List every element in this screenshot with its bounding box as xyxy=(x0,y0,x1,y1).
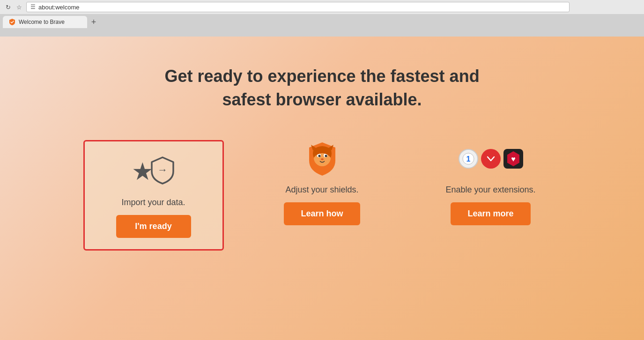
svg-text:1: 1 xyxy=(466,155,470,163)
cards-row: ★ → Import your data. I'm ready xyxy=(83,140,561,251)
learn-more-button[interactable]: Learn more xyxy=(451,202,530,225)
browser-chrome: ↻ ☆ ☰ about:welcome Welcome to Brave + xyxy=(0,0,644,37)
new-tab-button[interactable]: + xyxy=(87,16,100,28)
nav-bar: ↻ ☆ ☰ about:welcome xyxy=(0,0,644,14)
import-icon-area: ★ → xyxy=(132,153,175,190)
learn-how-button[interactable]: Learn how xyxy=(284,202,360,225)
svg-point-4 xyxy=(318,155,320,157)
address-bar[interactable]: ☰ about:welcome xyxy=(26,2,570,12)
shields-icon-area xyxy=(303,140,341,177)
address-text: about:welcome xyxy=(38,4,79,11)
shields-card: Adjust your shields. Learn how xyxy=(252,140,392,225)
tab-title: Welcome to Brave xyxy=(19,19,65,25)
honey-icon: ♥ xyxy=(503,149,523,169)
svg-point-5 xyxy=(325,155,327,157)
brave-lion-icon xyxy=(303,140,341,177)
extensions-card: 1 ♥ xyxy=(421,140,561,225)
tabs-row: Welcome to Brave + xyxy=(0,14,644,28)
im-ready-button[interactable]: I'm ready xyxy=(116,215,191,238)
shield-arrow-icon: → xyxy=(150,156,175,186)
hero-line1: Get ready to experience the fastest and xyxy=(164,65,479,88)
import-label: Import your data. xyxy=(121,198,185,207)
address-icon: ☰ xyxy=(30,4,36,10)
onepassword-icon: 1 xyxy=(459,149,478,169)
shields-label: Adjust your shields. xyxy=(285,185,358,195)
extensions-label: Enable your extensions. xyxy=(445,185,535,195)
star-button[interactable]: ☆ xyxy=(15,3,23,11)
hero-title: Get ready to experience the fastest and … xyxy=(164,65,479,112)
hero-line2: safest browser available. xyxy=(164,88,479,111)
page-content: Get ready to experience the fastest and … xyxy=(0,37,644,340)
import-card: ★ → Import your data. I'm ready xyxy=(83,140,224,251)
shield-svg: → xyxy=(150,156,175,185)
extensions-icon-area: 1 ♥ xyxy=(459,140,523,177)
reload-button[interactable]: ↻ xyxy=(4,3,12,11)
brave-tab-icon xyxy=(8,18,16,26)
svg-text:♥: ♥ xyxy=(511,155,516,163)
import-icons: ★ → xyxy=(132,156,175,186)
svg-text:→: → xyxy=(157,164,168,176)
extension-icons: 1 ♥ xyxy=(459,149,523,169)
pocket-icon xyxy=(481,149,501,169)
svg-rect-9 xyxy=(484,152,497,165)
svg-point-6 xyxy=(321,158,324,160)
active-tab[interactable]: Welcome to Brave xyxy=(3,16,87,28)
